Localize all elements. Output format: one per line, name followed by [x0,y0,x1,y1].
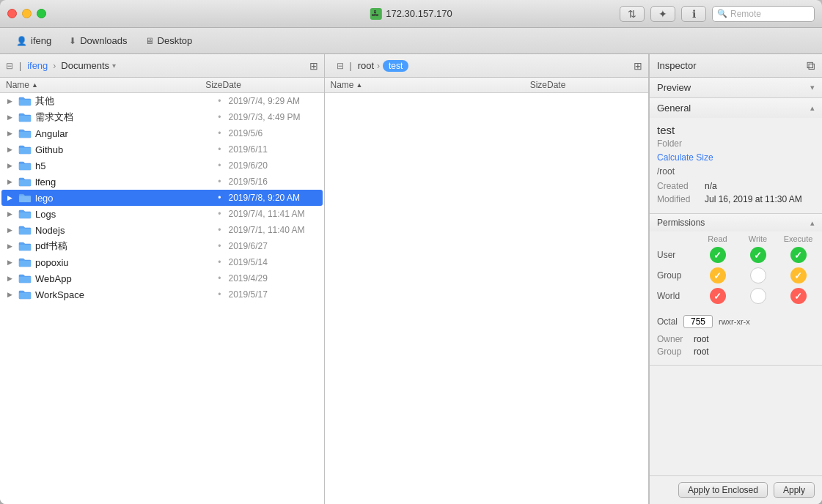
window-title: 🖧 172.30.157.170 [370,8,452,20]
tab-ifeng[interactable]: 👤 ifeng [9,32,59,49]
list-item[interactable]: ▶ WorkSpace • 2019/5/17 [1,286,323,303]
file-name-cell: ▶ pdf书稿 [7,240,170,253]
list-item[interactable]: ▶ Nodejs • 2019/7/1, 11:40 AM [1,222,323,238]
apply-enclosed-button[interactable]: Apply to Enclosed [678,482,768,498]
octal-input[interactable] [683,315,713,328]
list-item[interactable]: ▶ h5 • 2019/6/20 [1,158,323,174]
star-button[interactable]: ✦ [650,6,675,22]
perm-world-read[interactable]: ✓ [697,288,738,304]
list-item[interactable]: ▶ lfeng • 2019/5/16 [1,174,323,190]
file-name-cell: ▶ Logs [7,209,170,220]
maximize-button[interactable] [37,9,46,18]
preview-section-header[interactable]: Preview ▾ [650,78,822,97]
perm-user-execute[interactable]: ✓ [778,247,818,263]
titlebar: 🖧 172.30.157.170 ⇅ ✦ ℹ 🔍 Remote [0,0,822,28]
right-pane-sep: | [350,61,352,71]
perm-world-execute[interactable]: ✓ [778,288,818,304]
owner-group-section: Owner root Group root [650,331,822,365]
search-placeholder: Remote [730,9,761,19]
file-size: • [170,193,221,203]
file-name-label: popoxiu [35,257,69,268]
perm-user-read[interactable]: ✓ [697,247,738,263]
right-col-date[interactable]: Date [547,80,642,90]
tab-ifeng-label: ifeng [31,35,51,46]
right-breadcrumb-current[interactable]: test [383,60,408,72]
file-name-cell: ▶ WorkSpace [7,289,170,300]
perm-user-write[interactable]: ✓ [738,247,778,263]
col-name[interactable]: Name ▲ [6,80,172,90]
expand-arrow-icon: ▶ [7,130,15,137]
sort-arrow-icon: ▲ [32,81,38,89]
expand-arrow-icon: ▶ [7,97,15,105]
file-date: 2019/5/16 [221,177,317,187]
star-icon: ✦ [658,8,667,20]
permissions-header[interactable]: Permissions ▴ [650,214,822,231]
list-item[interactable]: ▶ pdf书稿 • 2019/6/27 [1,238,323,254]
tab-desktop[interactable]: 🖥 Desktop [138,32,200,49]
right-pane: ⊟ | root › test ⊞ Name ▲ [325,54,649,504]
right-pane-icon: ⊟ [337,61,344,71]
minimize-button[interactable] [22,9,32,18]
file-date: 2019/4/29 [221,273,317,284]
perm-group-write[interactable] [738,267,778,284]
list-item[interactable]: ▶ popoxiu • 2019/5/14 [1,254,323,270]
file-name-label: Angular [35,128,68,139]
list-item[interactable]: ▶ Github • 2019/6/11 [1,141,323,158]
perm-world-read-icon: ✓ [710,288,726,304]
file-date: 2019/5/17 [221,289,317,300]
list-item[interactable]: ▶ WebApp • 2019/4/29 [1,270,323,286]
list-item[interactable]: ▶ 其他 • 2019/7/4, 9:29 AM [1,93,323,109]
col-size[interactable]: Size [172,80,223,90]
perm-user-write-icon: ✓ [750,247,766,263]
general-label: General [657,103,691,114]
calculate-size-link[interactable]: Calculate Size [657,152,815,163]
apply-button[interactable]: Apply [774,482,815,498]
general-section-header[interactable]: General ▴ [650,98,822,118]
right-col-size[interactable]: Size [496,80,547,90]
file-size: • [170,225,221,235]
file-name-label: Nodejs [35,225,65,236]
folder-icon [18,273,32,284]
file-name-cell: ▶ 需求文档 [7,111,170,124]
breadcrumb-home[interactable]: ifeng [27,60,48,71]
list-item[interactable]: ▶ 需求文档 • 2019/7/3, 4:49 PM [1,109,323,125]
sync-button[interactable]: ⇅ [620,6,645,22]
perm-world-write[interactable] [738,288,778,304]
desktop-icon: 🖥 [145,36,154,46]
info-button[interactable]: ℹ [681,6,706,22]
perm-world-write-icon [750,288,766,304]
breadcrumb-current[interactable]: Documents ▾ [61,60,116,71]
perm-world-label: World [657,291,697,301]
list-item[interactable]: ▶ Logs • 2019/7/4, 11:41 AM [1,206,323,222]
file-date: 2019/7/1, 11:40 AM [221,225,317,235]
left-pane-header: ⊟ | ifeng › Documents ▾ ⊞ [0,54,324,78]
right-col-name[interactable]: Name ▲ [331,80,496,90]
perm-group-read[interactable]: ✓ [697,267,738,284]
expand-arrow-icon: ▶ [7,162,15,169]
right-grid-view-icon[interactable]: ⊞ [634,60,642,72]
remote-search[interactable]: 🔍 Remote [712,6,815,22]
list-item[interactable]: ▶ lego • 2019/7/8, 9:20 AM [1,190,323,206]
inspector-expand-icon[interactable]: ⧉ [807,59,815,73]
preview-section: Preview ▾ [650,78,822,98]
file-name-label: h5 [35,160,45,171]
file-name-label: 其他 [35,94,54,108]
file-size: • [170,273,221,284]
list-item[interactable]: ▶ Angular • 2019/5/6 [1,125,323,141]
grid-view-icon[interactable]: ⊞ [309,60,318,72]
traffic-lights [7,9,46,18]
right-breadcrumb-root[interactable]: root [358,60,374,71]
perm-group-execute[interactable]: ✓ [778,267,818,284]
info-icon: ℹ [692,8,696,20]
browser-panes: ⊟ | ifeng › Documents ▾ ⊞ Name [0,54,649,504]
close-button[interactable] [7,9,17,18]
col-date[interactable]: Date [223,80,318,90]
perm-write-header: Write [738,234,778,243]
file-size: • [170,177,221,187]
preview-chevron-icon: ▾ [810,83,815,92]
file-name-cell: ▶ h5 [7,160,170,171]
file-size: • [170,112,221,122]
tab-downloads[interactable]: ⬇ Downloads [62,32,134,49]
octal-string: rwxr-xr-x [719,317,750,326]
file-name-cell: ▶ popoxiu [7,257,170,268]
